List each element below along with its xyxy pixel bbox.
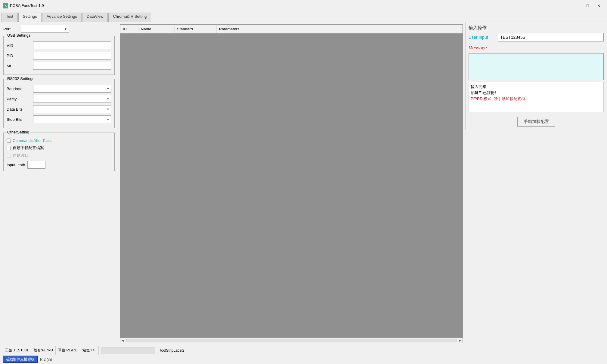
usb-settings-group: USB Settings VID PID MI (3, 36, 115, 75)
port-select-wrapper: ▼ (21, 25, 69, 33)
col-header-standard: Standard (175, 25, 217, 33)
parity-label: Parity (7, 97, 31, 101)
pid-input[interactable] (33, 52, 111, 60)
status-progress-bar (101, 347, 155, 353)
load-config-button[interactable]: 手動加載配置 (517, 117, 555, 127)
inputlength-input[interactable] (27, 161, 45, 169)
table-scrollbar-h: ◀ ▶ (120, 338, 463, 343)
baudrate-label: Baudrate (7, 87, 31, 91)
port-select[interactable] (21, 25, 69, 33)
scroll-right-icon[interactable]: ▶ (458, 339, 463, 342)
mi-label: MI (7, 64, 31, 68)
tab-advance[interactable]: Advance Settings (42, 13, 82, 22)
close-button[interactable]: ✕ (593, 2, 604, 9)
auto-pass-row: 自動過站 (7, 153, 111, 158)
status-name: 姓名:PE/RD (31, 346, 56, 355)
data-table: ID Name Standard Parameters ◀ ▶ (120, 24, 463, 343)
app-icon: PC (3, 3, 8, 8)
status-station: 站位:F/T (80, 346, 99, 355)
baudrate-select-wrapper (33, 85, 111, 93)
user-input-label: User Input (469, 35, 496, 40)
auto-download-row: 自動下載配置檔案 (7, 145, 111, 151)
pid-label: PID (7, 54, 31, 58)
tab-settings[interactable]: Settings (18, 13, 42, 22)
col-header-id: ID (120, 25, 138, 33)
main-window: PC PCBA FuncTest 1.9 — □ ✕ Test Settings… (0, 0, 607, 364)
port-row: Port ▼ (3, 25, 115, 33)
message-area[interactable] (469, 53, 604, 80)
stopbits-select[interactable] (33, 115, 111, 123)
databits-select-wrapper (33, 105, 111, 113)
user-input-row: User Input (469, 33, 604, 41)
hint-button[interactable]: 活動附件支援聯線 (3, 356, 38, 363)
bottom-hint: 活動附件支援聯線 R 2 (\h) (0, 355, 607, 364)
app-title: PCBA FuncTest 1.9 (10, 3, 44, 8)
vid-row: VID (7, 41, 111, 49)
col-header-name: Name (138, 25, 175, 33)
title-bar-left: PC PCBA FuncTest 1.9 (3, 3, 44, 8)
rs232-settings-group: RS232 Settings Baudrate Parity Data Bits (3, 79, 115, 128)
baudrate-select[interactable] (33, 85, 111, 93)
databits-select[interactable] (33, 105, 111, 113)
minimize-button[interactable]: — (571, 2, 581, 9)
tab-dataview[interactable]: DataView (82, 13, 108, 22)
parity-select-wrapper (33, 95, 111, 103)
status-job: 工號:TEST001 (3, 346, 31, 355)
auto-pass-label: 自動過站 (13, 153, 28, 158)
status-unit: 單位:PE/RD (56, 346, 80, 355)
mi-input[interactable] (33, 62, 111, 70)
left-panel: Port ▼ USB Settings VID PID (0, 22, 118, 346)
baudrate-row: Baudrate (7, 85, 111, 93)
log-line-2: PE/RD 模式: 請手動加載配置檔. (471, 96, 602, 102)
port-label: Port (3, 27, 18, 31)
tab-test[interactable]: Test (2, 13, 18, 22)
input-ops-title: 輸入操作 (469, 25, 604, 31)
commands-after-pass-checkbox[interactable] (7, 139, 11, 143)
log-line-0: 輸入完畢 (471, 84, 602, 90)
hint-text: R 2 (\h) (40, 357, 52, 362)
inputlength-row: InputLenth (7, 161, 111, 169)
inputlength-label: InputLenth (7, 163, 25, 167)
col-header-parameters: Parameters (217, 25, 463, 33)
stopbits-row: Stop Bits (7, 115, 111, 123)
rs232-settings-legend: RS232 Settings (6, 76, 36, 81)
log-line-1: 熱鍵F1已註冊! (471, 90, 602, 96)
message-label: Message (469, 45, 604, 50)
user-input-field[interactable] (498, 33, 604, 41)
maximize-button[interactable]: □ (582, 2, 593, 9)
parity-select[interactable] (33, 95, 111, 103)
mi-row: MI (7, 62, 111, 70)
auto-pass-checkbox[interactable] (7, 154, 11, 158)
right-panel: 輸入操作 User Input Message 輸入完畢 熱鍵F1已註冊! PE… (465, 22, 607, 130)
pid-row: PID (7, 52, 111, 60)
commands-after-pass-label: Commands After Pass (13, 138, 51, 143)
other-setting-group: OtherSetting Commands After Pass 自動下載配置檔… (3, 133, 115, 171)
log-area: 輸入完畢 熱鍵F1已註冊! PE/RD 模式: 請手動加載配置檔. (469, 82, 604, 112)
status-bar: 工號:TEST001 姓名:PE/RD 單位:PE/RD 站位:F/T tool… (0, 346, 607, 355)
commands-after-pass-row: Commands After Pass (7, 138, 111, 143)
main-content: Port ▼ USB Settings VID PID (0, 22, 607, 346)
tab-chroma[interactable]: Chroma&IR Setting (108, 13, 151, 22)
table-header: ID Name Standard Parameters (120, 25, 463, 34)
table-body (120, 34, 463, 338)
stopbits-select-wrapper (33, 115, 111, 123)
auto-download-label: 自動下載配置檔案 (13, 145, 44, 151)
databits-row: Data Bits (7, 105, 111, 113)
center-panel: ID Name Standard Parameters ◀ ▶ (118, 22, 465, 346)
vid-label: VID (7, 43, 31, 48)
vid-input[interactable] (33, 41, 111, 49)
auto-download-checkbox[interactable] (7, 146, 11, 150)
status-label2: toolStripLabel2 (158, 348, 187, 353)
title-bar: PC PCBA FuncTest 1.9 — □ ✕ (0, 0, 607, 11)
other-setting-legend: OtherSetting (6, 130, 30, 134)
databits-label: Data Bits (7, 107, 31, 112)
usb-settings-legend: USB Settings (6, 33, 32, 38)
parity-row: Parity (7, 95, 111, 103)
title-controls: — □ ✕ (571, 2, 604, 9)
tab-bar: Test Settings Advance Settings DataView … (0, 11, 607, 22)
scroll-left-icon[interactable]: ◀ (120, 339, 125, 342)
stopbits-label: Stop Bits (7, 117, 31, 122)
scroll-track-h[interactable] (126, 339, 457, 342)
right-panel-wrapper: 輸入操作 User Input Message 輸入完畢 熱鍵F1已註冊! PE… (465, 22, 607, 346)
